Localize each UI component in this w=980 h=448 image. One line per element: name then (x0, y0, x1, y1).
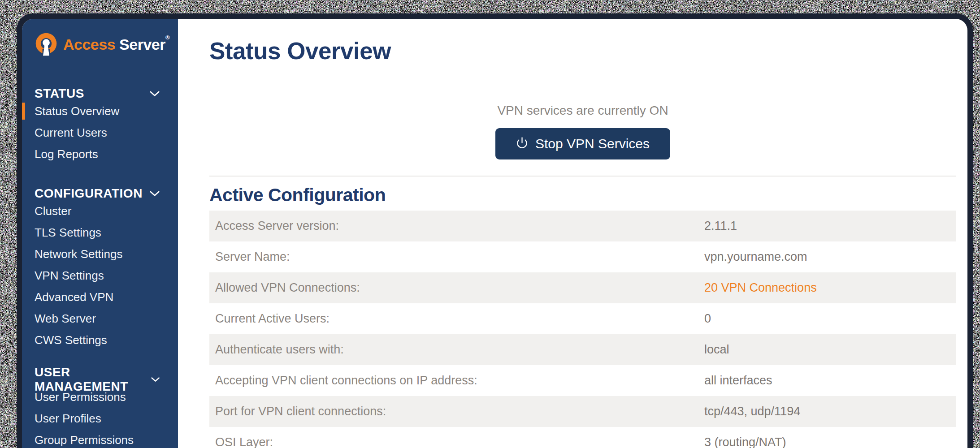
vpn-status-banner: VPN services are currently ON Stop VPN S… (209, 103, 956, 159)
config-table-row: Port for VPN client connections: tcp/443… (209, 396, 956, 427)
sidebar-item-label: Current Users (35, 126, 107, 140)
brand-text: Access Server® (63, 36, 169, 53)
sidebar-item-label: Status Overview (35, 104, 119, 118)
config-row-value: all interfaces (704, 374, 772, 388)
active-configuration-table: Access Server version: 2.11.1 Server Nam… (209, 211, 956, 448)
config-row-label: OSI Layer: (209, 435, 704, 448)
brand-access: Access (63, 36, 115, 53)
sidebar-section-items: Cluster TLS Settings Network Settings VP… (22, 200, 178, 351)
registered-mark: ® (165, 34, 169, 41)
sidebar-item-label: VPN Settings (35, 269, 104, 283)
main-content: Status Overview VPN services are current… (178, 19, 967, 448)
sidebar-item-status-overview[interactable]: Status Overview (22, 100, 178, 122)
config-row-label: Access Server version: (209, 219, 704, 233)
stop-vpn-button-label: Stop VPN Services (535, 136, 650, 151)
sidebar-section: CONFIGURATION Cluster TLS Settings Netwo… (22, 187, 178, 351)
sidebar-item-group-permissions[interactable]: Group Permissions (22, 429, 178, 448)
power-icon (516, 137, 528, 149)
sidebar-section-items: User Permissions User Profiles Group Per… (22, 386, 178, 448)
vpn-status-text: VPN services are currently ON (209, 103, 956, 118)
config-row-value: 0 (704, 312, 711, 326)
sidebar-section-header-configuration[interactable]: CONFIGURATION (22, 187, 178, 200)
config-table-row: Current Active Users: 0 (209, 303, 956, 334)
active-configuration-title: Active Configuration (209, 184, 956, 206)
sidebar-section: STATUS Status Overview Current Users Log… (22, 87, 178, 165)
stop-vpn-services-button[interactable]: Stop VPN Services (495, 128, 670, 159)
openvpn-logo: Access Server® (34, 32, 178, 56)
config-table-row: OSI Layer: 3 (routing/NAT) (209, 427, 956, 448)
sidebar-item-label: Group Permissions (35, 433, 134, 447)
config-table-row: Server Name: vpn.yourname.com (209, 241, 956, 272)
chevron-down-icon (150, 91, 160, 97)
config-table-row: Accepting VPN client connections on IP a… (209, 365, 956, 396)
config-row-label: Allowed VPN Connections: (209, 281, 704, 295)
sidebar-item-label: User Profiles (35, 412, 101, 426)
sidebar-item-network-settings[interactable]: Network Settings (22, 243, 178, 265)
sidebar-item-label: User Permissions (35, 390, 126, 404)
sidebar-item-web-server[interactable]: Web Server (22, 308, 178, 329)
sidebar-section-items: Status Overview Current Users Log Report… (22, 100, 178, 165)
chevron-down-icon (150, 191, 160, 197)
openvpn-keyhole-icon (34, 32, 59, 56)
sidebar-item-current-users[interactable]: Current Users (22, 122, 178, 143)
sidebar-item-label: Log Reports (35, 147, 98, 161)
sidebar-item-label: CWS Settings (35, 333, 107, 347)
config-row-value: local (704, 343, 729, 357)
config-row-label: Port for VPN client connections: (209, 405, 704, 418)
sidebar-item-label: Cluster (35, 204, 71, 218)
config-row-label: Current Active Users: (209, 312, 704, 326)
sidebar-section-label: STATUS (35, 86, 84, 101)
sidebar-item-tls-settings[interactable]: TLS Settings (22, 222, 178, 243)
sidebar-item-advanced-vpn[interactable]: Advanced VPN (22, 286, 178, 308)
page-title: Status Overview (209, 37, 956, 65)
sidebar-nav: STATUS Status Overview Current Users Log… (22, 87, 178, 448)
section-divider (209, 176, 956, 177)
config-row-value: 2.11.1 (704, 219, 737, 233)
config-table-row: Allowed VPN Connections: 20 VPN Connecti… (209, 272, 956, 303)
sidebar-section-header-user-management[interactable]: USER MANAGEMENT (22, 373, 178, 386)
sidebar-section-header-status[interactable]: STATUS (22, 87, 178, 100)
sidebar-section-label: CONFIGURATION (35, 186, 143, 201)
sidebar: Access Server® STATUS Status Overview Cu… (22, 19, 178, 448)
sidebar-item-label: Web Server (35, 312, 96, 326)
sidebar-item-user-permissions[interactable]: User Permissions (22, 386, 178, 408)
sidebar-item-cluster[interactable]: Cluster (22, 200, 178, 222)
sidebar-item-log-reports[interactable]: Log Reports (22, 143, 178, 165)
config-table-row: Access Server version: 2.11.1 (209, 211, 956, 241)
config-row-label: Server Name: (209, 250, 704, 264)
config-row-value: tcp/443, udp/1194 (704, 405, 800, 418)
vpn-connections-link[interactable]: 20 VPN Connections (704, 281, 817, 295)
config-row-value: vpn.yourname.com (704, 250, 807, 264)
sidebar-item-label: Network Settings (35, 247, 123, 261)
chevron-down-icon (151, 377, 160, 383)
sidebar-item-cws-settings[interactable]: CWS Settings (22, 329, 178, 351)
sidebar-item-vpn-settings[interactable]: VPN Settings (22, 265, 178, 286)
sidebar-item-label: TLS Settings (35, 226, 101, 240)
config-table-row: Authenticate users with: local (209, 334, 956, 365)
brand-server: Server (119, 36, 165, 53)
app-card: Access Server® STATUS Status Overview Cu… (22, 19, 967, 448)
app-window: Access Server® STATUS Status Overview Cu… (17, 13, 973, 448)
sidebar-item-user-profiles[interactable]: User Profiles (22, 408, 178, 429)
sidebar-section: USER MANAGEMENT User Permissions User Pr… (22, 373, 178, 448)
config-row-value: 3 (routing/NAT) (704, 435, 786, 448)
config-row-label: Authenticate users with: (209, 343, 704, 357)
sidebar-item-label: Advanced VPN (35, 290, 113, 304)
config-row-label: Accepting VPN client connections on IP a… (209, 374, 704, 388)
